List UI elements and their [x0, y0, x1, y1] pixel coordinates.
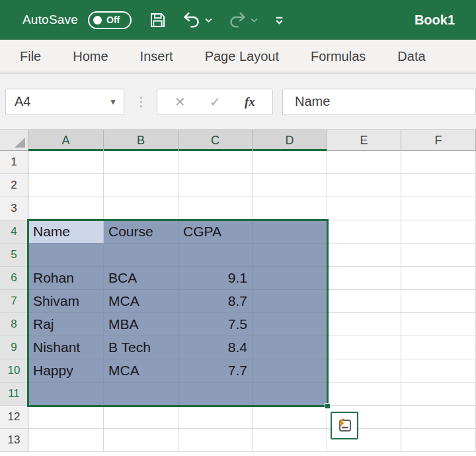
cell-C5[interactable] — [178, 244, 253, 267]
cell-B8[interactable]: MBA — [104, 313, 178, 336]
row-header-6[interactable]: 6 — [0, 267, 28, 290]
cell-B3[interactable] — [104, 197, 178, 220]
cell-E9[interactable] — [327, 336, 401, 359]
cell-A4[interactable]: Name — [28, 220, 104, 244]
cell-F3[interactable] — [401, 197, 476, 220]
cell-C9[interactable]: 8.4 — [178, 336, 253, 359]
row-header-2[interactable]: 2 — [0, 174, 28, 197]
cell-E11[interactable] — [327, 383, 401, 406]
row-header-1[interactable]: 1 — [0, 151, 28, 174]
cell-A6[interactable]: Rohan — [28, 267, 104, 290]
undo-dropdown-icon[interactable] — [205, 17, 212, 23]
cell-D10[interactable] — [253, 359, 327, 383]
cell-B7[interactable]: MCA — [104, 290, 178, 313]
autosave-toggle[interactable]: Off — [88, 11, 132, 29]
tab-file[interactable]: File — [20, 49, 41, 64]
column-header-F[interactable]: F — [401, 130, 476, 151]
cell-C4[interactable]: CGPA — [178, 220, 253, 244]
cell-B12[interactable] — [104, 406, 178, 429]
column-header-A[interactable]: A — [28, 130, 104, 151]
row-header-13[interactable]: 13 — [0, 429, 28, 452]
tab-data[interactable]: Data — [397, 49, 425, 64]
column-header-B[interactable]: B — [104, 130, 178, 151]
fill-handle[interactable] — [325, 403, 331, 409]
cell-A13[interactable] — [28, 429, 104, 452]
cell-C6[interactable]: 9.1 — [178, 267, 253, 290]
cell-F12[interactable] — [401, 406, 476, 429]
cell-C8[interactable]: 7.5 — [178, 313, 253, 336]
cell-E5[interactable] — [327, 244, 401, 267]
quick-analysis-button[interactable] — [331, 412, 358, 439]
row-header-7[interactable]: 7 — [0, 290, 28, 313]
cell-B6[interactable]: BCA — [104, 267, 178, 290]
cell-A9[interactable]: Nishant — [28, 336, 104, 359]
cell-F10[interactable] — [401, 359, 476, 383]
cell-E4[interactable] — [327, 220, 401, 244]
cell-C3[interactable] — [178, 197, 253, 220]
cell-E8[interactable] — [327, 313, 401, 336]
cell-C13[interactable] — [178, 429, 253, 452]
column-header-D[interactable]: D — [253, 130, 327, 151]
cell-B5[interactable] — [104, 244, 178, 267]
cell-C1[interactable] — [178, 151, 253, 174]
cell-A10[interactable]: Happy — [28, 359, 104, 383]
cell-A8[interactable]: Raj — [28, 313, 104, 336]
cell-D5[interactable] — [253, 244, 327, 267]
cell-D9[interactable] — [253, 336, 327, 359]
cell-B9[interactable]: B Tech — [104, 336, 178, 359]
insert-function-icon[interactable]: fx — [245, 95, 255, 109]
cell-C7[interactable]: 8.7 — [178, 290, 253, 313]
cell-A1[interactable] — [28, 151, 104, 174]
cell-F7[interactable] — [401, 290, 476, 313]
cell-F8[interactable] — [401, 313, 476, 336]
cell-C2[interactable] — [178, 174, 253, 197]
cell-E7[interactable] — [327, 290, 401, 313]
cancel-icon[interactable]: ✕ — [175, 94, 186, 110]
cell-F9[interactable] — [401, 336, 476, 359]
cell-D7[interactable] — [253, 290, 327, 313]
select-all-button[interactable] — [0, 130, 28, 151]
row-header-8[interactable]: 8 — [0, 313, 28, 336]
cell-E2[interactable] — [327, 174, 401, 197]
cell-D4[interactable] — [253, 220, 327, 244]
cell-C11[interactable] — [178, 383, 253, 406]
cell-D8[interactable] — [253, 313, 327, 336]
cell-A2[interactable] — [28, 174, 104, 197]
enter-icon[interactable]: ✓ — [210, 94, 221, 110]
row-header-3[interactable]: 3 — [0, 197, 28, 220]
cell-A12[interactable] — [28, 406, 104, 429]
cell-F2[interactable] — [401, 174, 476, 197]
row-header-11[interactable]: 11 — [0, 383, 28, 406]
cell-D2[interactable] — [253, 174, 327, 197]
cell-F5[interactable] — [401, 244, 476, 267]
cell-E6[interactable] — [327, 267, 401, 290]
customize-quick-access-toolbar-icon[interactable] — [274, 15, 285, 25]
cell-D13[interactable] — [253, 429, 327, 452]
cell-F13[interactable] — [401, 429, 476, 452]
cell-B10[interactable]: MCA — [104, 359, 178, 383]
row-header-12[interactable]: 12 — [0, 406, 28, 429]
cell-E1[interactable] — [327, 151, 401, 174]
column-header-C[interactable]: C — [178, 130, 253, 151]
row-header-5[interactable]: 5 — [0, 244, 28, 267]
formula-bar-input[interactable]: Name — [282, 89, 476, 115]
cell-D12[interactable] — [253, 406, 327, 429]
column-header-E[interactable]: E — [327, 130, 401, 151]
tab-page-layout[interactable]: Page Layout — [205, 49, 279, 64]
cell-B2[interactable] — [104, 174, 178, 197]
cell-B11[interactable] — [104, 383, 178, 406]
cell-E3[interactable] — [327, 197, 401, 220]
name-box[interactable]: A4 ▼ — [5, 89, 124, 115]
name-box-dropdown-icon[interactable]: ▼ — [109, 97, 117, 107]
cell-B1[interactable] — [104, 151, 178, 174]
tab-formulas[interactable]: Formulas — [311, 49, 366, 64]
cell-A11[interactable] — [28, 383, 104, 406]
save-icon[interactable] — [149, 11, 167, 29]
cell-C10[interactable]: 7.7 — [178, 359, 253, 383]
cell-A7[interactable]: Shivam — [28, 290, 104, 313]
undo-icon[interactable] — [182, 11, 201, 29]
cell-B4[interactable]: Course — [104, 220, 178, 244]
cell-A5[interactable] — [28, 244, 104, 267]
cell-D1[interactable] — [253, 151, 327, 174]
cell-F4[interactable] — [401, 220, 476, 244]
